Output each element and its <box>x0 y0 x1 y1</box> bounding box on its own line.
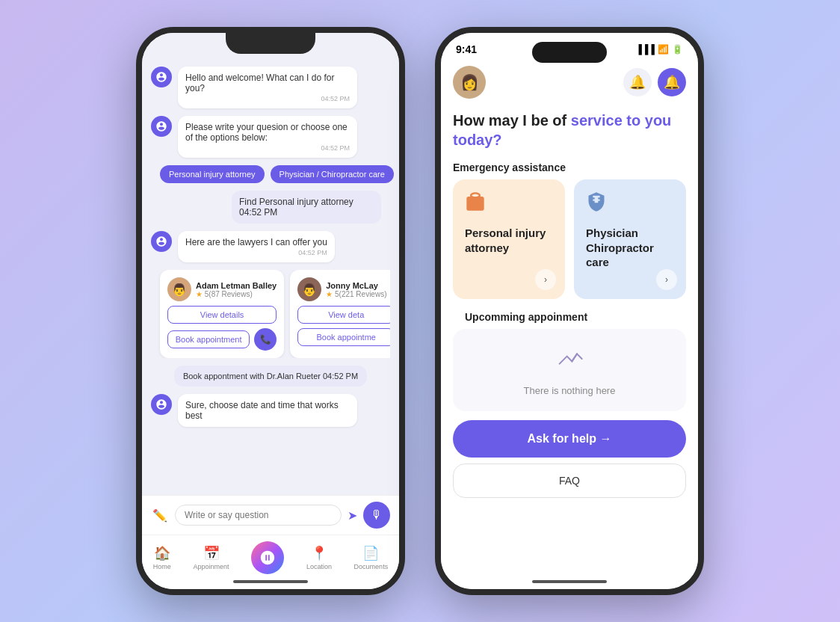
nav-appointment[interactable]: 📅 Appoinment <box>194 545 229 570</box>
bell-button-2[interactable]: 🔔 <box>658 68 686 96</box>
message-bubble-3: Here are the lawyers I can offer you 04:… <box>178 231 335 262</box>
lawyer-card-2: 👨 Jonny McLay ★ 5(221 Reviews) View deta <box>290 270 390 358</box>
service-name-injury: Personal injury attorney <box>465 226 553 255</box>
upcoming-card: There is nothing here <box>453 329 686 411</box>
brush-icon: ✏️ <box>151 506 169 524</box>
service-card-injury[interactable]: Personal injury attorney › <box>453 179 565 299</box>
home-screen: 9:41 ▐▐▐ 📶 🔋 👩 🔔 🔔 How may I be of <box>441 33 698 589</box>
battery-icon: 🔋 <box>672 44 683 55</box>
appointment-nav-icon: 📅 <box>203 545 220 561</box>
briefcase-icon <box>465 191 553 217</box>
faq-button[interactable]: FAQ <box>453 464 686 498</box>
header-icons: 🔔 🔔 <box>623 68 686 96</box>
call-btn-1[interactable]: 📞 <box>254 328 277 351</box>
lawyer-avatar-1: 👨 <box>167 277 191 301</box>
chat-messages: Hello and welcome! What can I do for you… <box>142 59 399 495</box>
nav-center-button[interactable] <box>251 541 284 574</box>
location-nav-icon: 📍 <box>311 545 327 561</box>
chat-input-area: ✏️ ➤ 🎙 <box>142 495 399 535</box>
mic-button[interactable]: 🎙 <box>363 502 390 529</box>
booking-confirm: Book appontment with Dr.Alan Rueter 04:5… <box>151 366 390 387</box>
nav-home-label: Home <box>153 563 171 570</box>
send-icon[interactable]: ➤ <box>348 508 357 523</box>
right-phone: 9:41 ▐▐▐ 📶 🔋 👩 🔔 🔔 How may I be of <box>435 27 704 595</box>
empty-text: There is nothing here <box>524 385 616 396</box>
wifi-icon: 📶 <box>658 44 669 55</box>
arrow-icon-physician: › <box>656 269 677 290</box>
bot-message-2: Please write your quesion or choose one … <box>151 116 390 158</box>
home-bar-left <box>233 580 308 583</box>
lawyers-row: 👨 Adam Letman Balley ★ 5(87 Reviews) Vie… <box>151 270 390 358</box>
lawyer-header-2: 👨 Jonny McLay ★ 5(221 Reviews) <box>297 277 390 301</box>
lawyer-card-1: 👨 Adam Letman Balley ★ 5(87 Reviews) Vie… <box>160 270 284 358</box>
bot-avatar-4 <box>151 394 172 415</box>
lawyer-reviews-2: ★ 5(221 Reviews) <box>326 290 386 298</box>
signal-icon: ▐▐▐ <box>635 44 655 55</box>
book-appointment-btn-1[interactable]: Book appointment <box>167 330 250 348</box>
user-message-row: Find Personal injury attorney 04:52 PM <box>151 191 390 224</box>
book-row-1: Book appointment 📞 <box>167 328 277 351</box>
emergency-section-title: Emergency assistance <box>441 156 698 179</box>
bot-avatar-2 <box>151 116 172 137</box>
upcoming-section: Upcomming appoinment There is nothing he… <box>441 299 698 411</box>
empty-icon <box>555 344 584 379</box>
chat-screen: Hello and welcome! What can I do for you… <box>142 33 399 589</box>
user-avatar[interactable]: 👩 <box>453 66 486 99</box>
booking-bubble: Book appontment with Dr.Alan Rueter 04:5… <box>174 366 367 387</box>
nav-appointment-label: Appoinment <box>194 563 229 570</box>
service-name-physician: Physician Chiropractor care <box>586 226 674 270</box>
greeting-section: How may I be of service to you today? <box>441 99 698 156</box>
book-row-2: Book appointme <box>297 328 390 346</box>
bot-avatar-1 <box>151 67 172 87</box>
nav-location[interactable]: 📍 Location <box>306 545 332 570</box>
documents-nav-icon: 📄 <box>362 545 379 561</box>
home-bar-right <box>532 580 607 583</box>
left-phone: Hello and welcome! What can I do for you… <box>136 27 405 595</box>
book-appointment-btn-2[interactable]: Book appointme <box>297 328 390 346</box>
view-details-btn-2[interactable]: View deta <box>297 306 390 324</box>
home-nav-icon: 🏠 <box>154 545 170 561</box>
shield-icon <box>586 191 674 217</box>
phone-notch <box>226 33 315 54</box>
bot-followup-message: Sure, choose date and time that works be… <box>151 394 390 427</box>
bell-button-1[interactable]: 🔔 <box>623 68 652 96</box>
user-bubble: Find Personal injury attorney 04:52 PM <box>232 191 381 224</box>
bot-lawyers-message: Here are the lawyers I can offer you 04:… <box>151 231 390 262</box>
option-personal-injury[interactable]: Personal injury attorney <box>160 165 265 183</box>
greeting-text: How may I be of service to you today? <box>453 111 686 150</box>
nav-documents-label: Documents <box>354 563 389 570</box>
service-cards: Personal injury attorney › Physician Chi… <box>441 179 698 299</box>
lawyer-name-2: Jonny McLay <box>326 281 386 290</box>
option-chiropractor[interactable]: Physician / Chiropractor care <box>271 165 394 183</box>
status-time: 9:41 <box>456 43 477 55</box>
dynamic-island <box>532 42 607 63</box>
view-details-btn-1[interactable]: View details <box>167 306 277 324</box>
message-bubble-1: Hello and welcome! What can I do for you… <box>178 67 357 108</box>
chat-input[interactable] <box>175 505 342 526</box>
lawyer-avatar-2: 👨 <box>297 277 321 301</box>
lawyer-header-1: 👨 Adam Letman Balley ★ 5(87 Reviews) <box>167 277 277 301</box>
bot-message-1: Hello and welcome! What can I do for you… <box>151 67 390 108</box>
arrow-icon-injury: › <box>535 269 556 290</box>
chat-options: Personal injury attorney Physician / Chi… <box>151 165 390 183</box>
status-icons: ▐▐▐ 📶 🔋 <box>635 44 683 55</box>
upcoming-section-title: Upcomming appoinment <box>453 305 686 329</box>
ask-help-button[interactable]: Ask for help → <box>453 420 686 458</box>
home-header: 👩 🔔 🔔 <box>441 60 698 99</box>
nav-documents[interactable]: 📄 Documents <box>354 545 389 570</box>
service-card-physician[interactable]: Physician Chiropractor care › <box>574 179 686 299</box>
lawyer-name-1: Adam Letman Balley <box>196 281 277 290</box>
lawyer-reviews-1: ★ 5(87 Reviews) <box>196 290 277 298</box>
nav-home[interactable]: 🏠 Home <box>153 545 171 570</box>
nav-location-label: Location <box>306 563 332 570</box>
message-bubble-2: Please write your quesion or choose one … <box>178 116 357 158</box>
bot-avatar-3 <box>151 231 172 252</box>
message-bubble-followup: Sure, choose date and time that works be… <box>178 394 357 427</box>
